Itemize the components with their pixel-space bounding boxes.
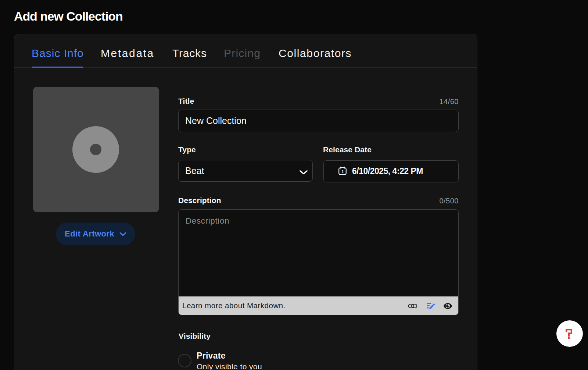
svg-text:1: 1	[341, 170, 344, 174]
